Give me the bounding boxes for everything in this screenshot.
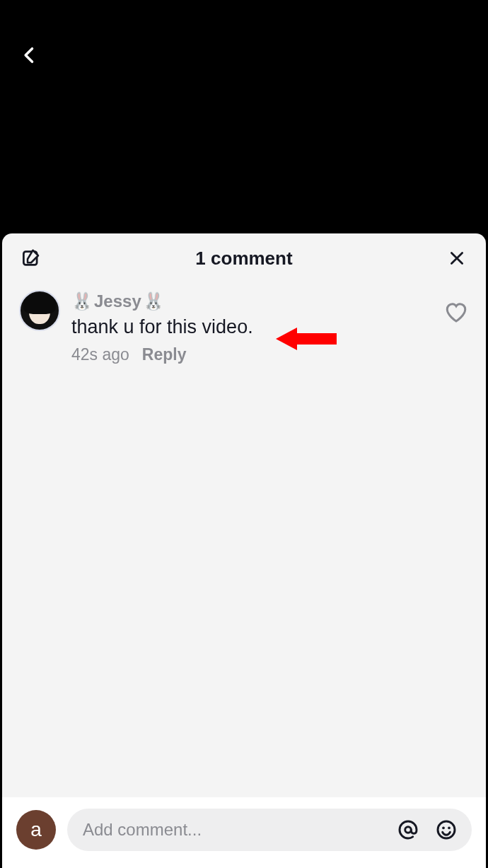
sheet-title: 1 comment (195, 248, 292, 270)
mention-button[interactable] (393, 814, 424, 845)
commenter-avatar[interactable] (19, 290, 60, 331)
sheet-header: 1 comment (2, 233, 486, 280)
comment-text: thank u for this video. (71, 314, 426, 340)
comments-list: 🐰 Jessy 🐰 thank u for this video. 42s ag… (2, 280, 486, 797)
comment-input[interactable] (83, 820, 385, 840)
username-text: Jessy (94, 291, 141, 311)
reply-button[interactable]: Reply (142, 345, 187, 364)
emoji-button[interactable] (431, 814, 462, 845)
comments-sheet: 1 comment 🐰 Jessy 🐰 thank u for this vid… (2, 233, 486, 868)
bunny-icon: 🐰 (71, 293, 93, 310)
compose-button[interactable] (19, 246, 43, 270)
close-icon (448, 249, 466, 267)
video-background (0, 0, 488, 233)
at-icon (397, 818, 419, 841)
svg-point-3 (442, 826, 445, 829)
self-avatar[interactable]: a (16, 810, 56, 850)
comment-composer: a (2, 797, 486, 868)
bunny-icon: 🐰 (143, 293, 164, 310)
comment-meta: 42s ago Reply (71, 345, 426, 364)
compose-icon (21, 248, 42, 269)
heart-icon (443, 300, 469, 325)
back-button[interactable] (16, 41, 44, 69)
commenter-username[interactable]: 🐰 Jessy 🐰 (71, 291, 426, 311)
like-button[interactable] (438, 290, 469, 328)
chevron-left-icon (20, 45, 40, 65)
comment-time: 42s ago (71, 345, 129, 364)
compose-field[interactable] (67, 809, 472, 851)
comment-item[interactable]: 🐰 Jessy 🐰 thank u for this video. 42s ag… (19, 290, 469, 364)
smiley-icon (435, 818, 458, 841)
svg-point-4 (448, 826, 451, 829)
comment-body: 🐰 Jessy 🐰 thank u for this video. 42s ag… (71, 290, 426, 364)
close-button[interactable] (445, 246, 469, 270)
